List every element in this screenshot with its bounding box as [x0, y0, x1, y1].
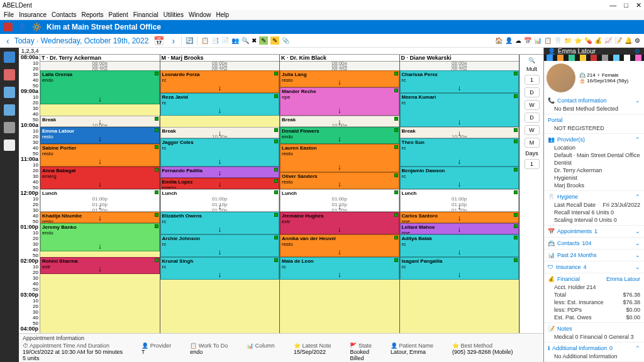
appointment-block[interactable]: Lunch01:00p01:10p01:20p01:30p01:40p01:50…: [400, 189, 519, 212]
chevron-down-icon[interactable]: ⌄: [635, 97, 640, 104]
menu-patient[interactable]: Patient: [109, 11, 128, 18]
close-icon[interactable]: ✕: [636, 1, 641, 9]
appointment-block[interactable]: Isagani Pangalilarc↓: [400, 257, 519, 280]
tb-icon-5[interactable]: 🔍: [242, 37, 249, 44]
appointment-block[interactable]: Rohini Sharmaextr↓: [40, 257, 160, 274]
schedule-column[interactable]: M · Marj Brooks08:00a08:10a08:20aLeonard…: [160, 55, 280, 333]
appointment-block[interactable]: Break10:00a10:10a10:20a↓: [40, 116, 160, 127]
schedule-column[interactable]: D · Diane Wekarski08:00a08:10a08:20aChar…: [400, 55, 520, 333]
appointment-block[interactable]: Jeremy Bankoendo↓: [40, 223, 160, 251]
appointment-block[interactable]: Jremaine Hughesextr↓: [280, 212, 399, 234]
menu-insurance[interactable]: Insurance: [19, 11, 47, 18]
appointment-block[interactable]: Charissa Perezrc↓: [400, 70, 519, 93]
sb-ic2[interactable]: [557, 55, 564, 61]
tb-icon-8[interactable]: ✎: [270, 36, 279, 45]
appointment-block[interactable]: Lauren Eastonresto↓: [280, 144, 399, 172]
view-m-button[interactable]: M: [525, 138, 540, 148]
schedule-column[interactable]: T · Dr. Terry Ackerman08:00a08:10a08:20a…: [40, 55, 160, 333]
tb-icon-7[interactable]: ✎: [259, 36, 268, 45]
maximize-icon[interactable]: □: [624, 1, 628, 9]
tb-icon-1[interactable]: 📋: [201, 37, 209, 44]
next-day-button[interactable]: ›: [169, 36, 177, 46]
appointment-block[interactable]: Leonardo Forzarc↓: [160, 70, 280, 93]
tb-r3[interactable]: ☁: [515, 37, 521, 44]
book-icon[interactable]: [4, 23, 13, 31]
sb-ic5[interactable]: [591, 55, 597, 61]
appointment-block[interactable]: Break10:00a10:10a10:20a↓: [280, 116, 399, 127]
prev-day-button[interactable]: ‹: [4, 36, 12, 46]
appointment-block[interactable]: Break10:30a10:40a10:50a↓: [400, 127, 519, 138]
sb-ic4[interactable]: [580, 55, 586, 61]
tb-icon-4[interactable]: 👥: [231, 37, 239, 44]
dock-btn-2[interactable]: [4, 69, 15, 80]
tb-r14[interactable]: 🔔: [625, 37, 632, 44]
dock-btn-3[interactable]: [4, 87, 15, 98]
appointment-block[interactable]: Mander Rechenpe↓: [280, 87, 399, 116]
appointment-block[interactable]: Theo Sunrc↓: [400, 138, 519, 167]
sb-ic9[interactable]: [635, 55, 641, 61]
menu-financial[interactable]: Financial: [133, 11, 158, 18]
tb-r10[interactable]: 💊: [584, 37, 592, 44]
days-1-button[interactable]: 1: [525, 159, 540, 169]
appointment-block[interactable]: Sabine Portierresto↓: [40, 144, 160, 167]
appointment-block[interactable]: Fernando Padilla↓: [160, 167, 280, 178]
tb-icon-2[interactable]: 📑: [211, 37, 219, 44]
sidebar-settings-icon[interactable]: ⚙: [635, 48, 640, 55]
calendar-picker-icon[interactable]: 📅: [151, 36, 167, 46]
appointment-block[interactable]: Benjamin Dawsonrc↓: [400, 167, 519, 189]
tb-r5[interactable]: 📊: [534, 37, 541, 44]
appointment-block[interactable]: Jagger Colesrc↓: [160, 138, 280, 167]
tb-r13[interactable]: 📝: [614, 37, 622, 44]
sb-ic7[interactable]: [613, 55, 619, 61]
appointment-block[interactable]: Annika van der Heuvelresto↓: [280, 234, 399, 257]
appointment-block[interactable]: Maia de Leonrc↓: [280, 257, 399, 280]
tb-r12[interactable]: 📈: [604, 37, 612, 44]
menu-window[interactable]: Window: [189, 11, 211, 18]
tb-icon-9[interactable]: 📎: [282, 37, 289, 44]
view-w-button[interactable]: W: [525, 100, 540, 110]
appointment-block[interactable]: Lunch01:00p01:10p01:20p01:30p01:40p01:50…: [160, 189, 280, 212]
menu-file[interactable]: File: [4, 11, 14, 18]
menu-utilities[interactable]: Utilities: [164, 11, 184, 18]
tb-r1[interactable]: 🏠: [495, 37, 502, 44]
appointment-block[interactable]: Emilia Lopezemerg↓: [160, 178, 280, 189]
appointment-block[interactable]: Archie Johnsonrc↓: [160, 234, 280, 257]
appointment-block[interactable]: Leilani Mahoenpe↓: [400, 223, 519, 234]
schedule-column[interactable]: K · Dr. Kim Black08:00a08:10a08:20aJulia…: [280, 55, 400, 333]
appointment-block[interactable]: Donald Flowersendo↓: [280, 127, 399, 144]
user-icon[interactable]: 👤: [18, 23, 27, 31]
tb-r4[interactable]: 📅: [524, 37, 531, 44]
appointment-block[interactable]: Aditya Batakrc↓: [400, 234, 519, 257]
tb-r11[interactable]: 💰: [594, 37, 602, 44]
grid-tabs[interactable]: 1,2,3,4: [19, 48, 543, 55]
appointment-block[interactable]: Krunal Singhrc↓: [160, 257, 280, 280]
app-menu-icon[interactable]: 🔆: [32, 23, 42, 31]
tb-r6[interactable]: 📋: [544, 37, 552, 44]
tb-r15[interactable]: ⚙: [635, 37, 640, 44]
sb-ic8[interactable]: [624, 55, 630, 61]
appointment-block[interactable]: Laila Orensaendo↓: [40, 70, 160, 104]
appointment-block[interactable]: Reza Javidrc↓: [160, 93, 280, 116]
menu-reports[interactable]: Reports: [82, 11, 104, 18]
dock-btn-1[interactable]: [4, 52, 15, 63]
appointment-block[interactable]: Lunch01:00p01:10p01:20p01:30p01:40p01:50…: [40, 189, 160, 212]
appointment-block[interactable]: Break10:30a10:40a10:50a↓: [160, 127, 280, 138]
dock-btn-5[interactable]: [4, 122, 15, 133]
refresh-icon[interactable]: 🔄: [186, 37, 193, 44]
tb-icon-6[interactable]: ✖: [252, 37, 257, 44]
appointment-block[interactable]: Elizabeth Owensrc↓: [160, 212, 280, 234]
appointment-block[interactable]: Meena Kumarirc↓: [400, 93, 519, 127]
search-icon[interactable]: 🔍: [528, 57, 535, 63]
sb-ic3[interactable]: [569, 55, 575, 61]
sb-ic6[interactable]: [602, 55, 608, 61]
mult-1-button[interactable]: 1: [525, 75, 540, 85]
appointment-block[interactable]: Oliver Sandersresto↓: [280, 172, 399, 189]
appointment-block[interactable]: Julia Langresto↓: [280, 70, 399, 87]
appointment-block[interactable]: Khadija Nbumberesto↓: [40, 212, 160, 223]
menu-contacts[interactable]: Contacts: [52, 11, 76, 18]
view-d2-button[interactable]: D: [525, 112, 540, 123]
date-label[interactable]: Today · Wednesday, October 19th, 2022: [14, 36, 149, 45]
tb-icon-3[interactable]: 📄: [221, 37, 229, 44]
appointment-block[interactable]: Lunch01:00p01:10p01:20p01:30p01:40p01:50…: [280, 189, 399, 212]
minimize-icon[interactable]: —: [609, 1, 616, 9]
